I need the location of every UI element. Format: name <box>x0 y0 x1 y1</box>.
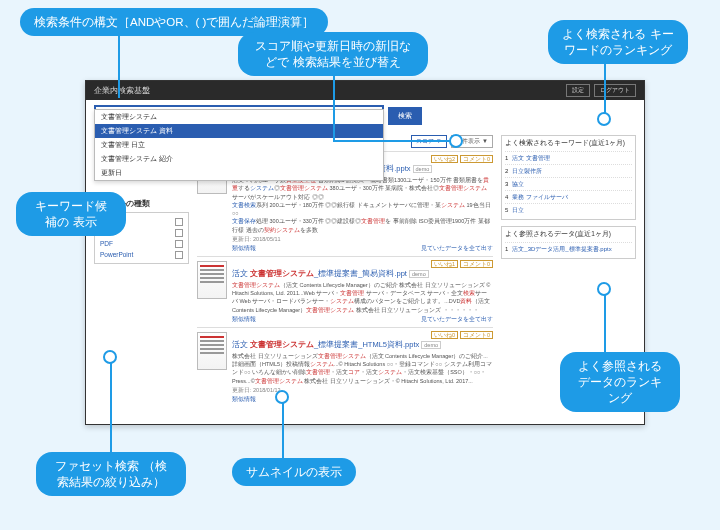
like-badge[interactable]: いいね0 <box>431 331 458 339</box>
result-date: 更新日: 2018/05/11 <box>232 236 493 243</box>
result-date: 更新日: 2018/01/12 <box>232 387 493 394</box>
thumbnail[interactable] <box>197 332 227 370</box>
result-item: いいね1コメント0 活文 文書管理システム_標準提案書_簡易資料.pptdemo… <box>197 256 493 327</box>
result-title[interactable]: 活文 文書管理システム_標準提案書_HTML5資料.pptxdemo <box>232 340 493 350</box>
ranking-item[interactable]: 5日立 <box>505 203 632 216</box>
viewed-link[interactable]: 見ていたデータを全て出す <box>421 316 493 323</box>
checkbox-icon <box>175 251 183 259</box>
suggest-item[interactable]: 更新日 <box>95 166 383 180</box>
similar-link[interactable]: 類似情報 <box>232 245 256 252</box>
callout-facet: ファセット検索 （検索結果の絞り込み） <box>36 452 186 496</box>
suggest-item[interactable]: 文書管理システム 資料 <box>95 124 383 138</box>
comment-badge[interactable]: コメント0 <box>460 331 493 339</box>
comment-badge[interactable]: コメント0 <box>460 260 493 268</box>
ranking-item[interactable]: 1活文 文書管理 <box>505 151 632 164</box>
viewed-link[interactable]: 見ていたデータを全て出す <box>421 245 493 252</box>
like-badge[interactable]: いいね2 <box>431 155 458 163</box>
keyword-ranking-panel: よく検索されるキーワード(直近1ヶ月) 1活文 文書管理 2日立製作所 3協立 … <box>501 135 636 220</box>
suggest-item[interactable]: 文書管理システム 紹介 <box>95 152 383 166</box>
app-title: 企業内検索基盤 <box>94 85 150 96</box>
checkbox-icon <box>175 218 183 226</box>
callout-thumb: サムネイルの表示 <box>232 458 356 486</box>
callout-ranking-data: よく参照される データのランキング <box>560 352 680 412</box>
thumbnail[interactable] <box>197 261 227 299</box>
data-ranking-panel: よく参照されるデータ(直近1ヶ月) 1活文_3Dデータ活用_標準提案書.pptx <box>501 226 636 259</box>
checkbox-icon <box>175 240 183 248</box>
facet-item[interactable]: PDF <box>98 238 185 249</box>
settings-button[interactable]: 設定 <box>566 84 590 97</box>
callout-ranking-kw: よく検索される キーワードのランキング <box>548 20 688 64</box>
result-snippet: 文書管理システム（活文 Contents Lifecycle Manager）の… <box>232 281 493 314</box>
ranking-item[interactable]: 3協立 <box>505 177 632 190</box>
comment-badge[interactable]: コメント0 <box>460 155 493 163</box>
panel-title: よく検索されるキーワード(直近1ヶ月) <box>505 139 632 148</box>
like-badge[interactable]: いいね1 <box>431 260 458 268</box>
logout-button[interactable]: ログアウト <box>594 84 636 97</box>
checkbox-icon <box>175 229 183 237</box>
callout-suggest: キーワード候補の 表示 <box>16 192 126 236</box>
similar-link[interactable]: 類似情報 <box>232 316 256 323</box>
result-title[interactable]: 活文 文書管理システム_標準提案書_簡易資料.pptdemo <box>232 269 493 279</box>
facet-item[interactable]: PowerPoint <box>98 249 185 260</box>
ranking-item[interactable]: 2日立製作所 <box>505 164 632 177</box>
titlebar: 企業内検索基盤 設定 ログアウト <box>86 81 644 100</box>
result-snippet: 活文：利用ユーザ数貴重度上位 書類削除1 証拠又・概略書類1300ユーザ・150… <box>232 176 493 234</box>
search-button[interactable]: 検索 <box>388 107 422 125</box>
ranking-item[interactable]: 4業務 ファイルサーバ <box>505 190 632 203</box>
similar-link[interactable]: 類似情報 <box>232 396 256 403</box>
suggest-dropdown: 文書管理システム 文書管理システム 資料 文書管理 日立 文書管理システム 紹介… <box>94 109 384 181</box>
ranking-item[interactable]: 1活文_3Dデータ活用_標準提案書.pptx <box>505 242 632 255</box>
result-item: いいね0コメント0 活文 文書管理システム_標準提案書_HTML5資料.pptx… <box>197 327 493 407</box>
callout-sort: スコア順や更新日時の新旧などで 検索結果を並び替え <box>238 32 428 76</box>
result-snippet: 株式会社 日立ソリューションズ文書管理システム（活文 Contents Life… <box>232 352 493 385</box>
suggest-item[interactable]: 文書管理システム <box>95 110 383 124</box>
panel-title: よく参照されるデータ(直近1ヶ月) <box>505 230 632 239</box>
